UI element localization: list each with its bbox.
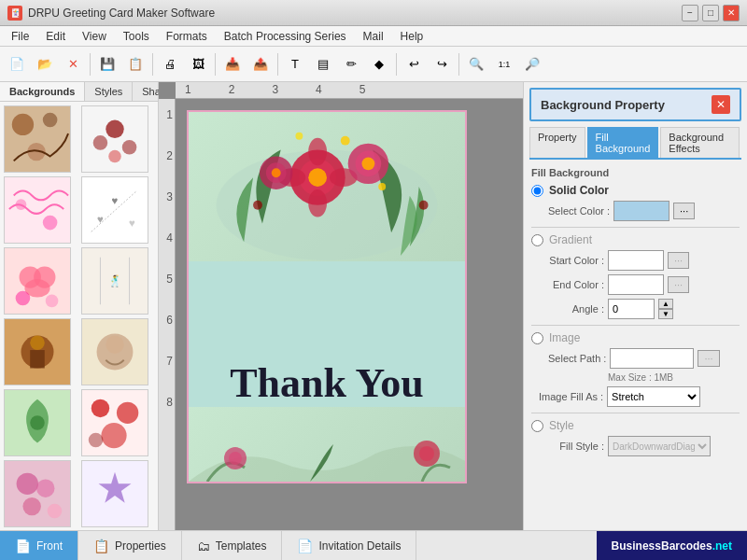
image-radio[interactable]	[531, 332, 543, 344]
select-path-row: Select Path : ···	[548, 348, 740, 369]
undo-button[interactable]: ↩	[401, 51, 427, 77]
print-button[interactable]: 🖨	[157, 51, 183, 77]
menu-mail[interactable]: Mail	[356, 28, 391, 45]
maximize-button[interactable]: □	[702, 5, 719, 21]
app-title: DRPU Greeting Card Maker Software	[28, 7, 682, 20]
svg-point-40	[88, 433, 103, 448]
list-item[interactable]	[4, 389, 71, 456]
start-color-row: Start Color : ···	[548, 250, 740, 271]
list-item[interactable]	[81, 389, 148, 456]
open-button[interactable]: 📂	[32, 51, 58, 77]
style-row: Style	[531, 419, 740, 432]
templates-tab-icon: 🗂	[197, 539, 210, 553]
svg-point-29	[30, 336, 45, 351]
svg-point-6	[92, 135, 107, 150]
close-doc-button[interactable]: ✕	[60, 51, 86, 77]
main-content: Backgrounds Styles Shapes ♥♥♥	[0, 82, 747, 530]
close-button[interactable]: ✕	[723, 5, 740, 21]
tab-invitation-details[interactable]: 📄 Invitation Details	[282, 531, 416, 560]
tab-styles[interactable]: Styles	[85, 82, 133, 101]
save-button[interactable]: 💾	[94, 51, 120, 77]
svg-point-51	[308, 138, 327, 166]
front-tab-label: Front	[36, 539, 63, 553]
svg-rect-9	[5, 177, 70, 243]
draw-button[interactable]: ✏	[338, 51, 364, 77]
angle-spinner[interactable]: ▲ ▼	[658, 299, 673, 319]
solid-color-browse-btn[interactable]: ···	[673, 203, 695, 219]
image-fill-as-label: Image Fill As :	[539, 391, 603, 402]
tab-templates[interactable]: 🗂 Templates	[182, 531, 283, 560]
list-item[interactable]: ♥♥♥	[81, 176, 148, 244]
import-button[interactable]: 📥	[219, 51, 246, 77]
list-item[interactable]	[81, 460, 148, 527]
properties-tab-label: Properties	[115, 539, 166, 553]
list-item[interactable]	[4, 318, 71, 385]
tab-property[interactable]: Property	[529, 127, 585, 158]
svg-point-1	[12, 114, 34, 135]
style-label: Style	[549, 419, 574, 432]
menu-batch[interactable]: Batch Processing Series	[217, 28, 354, 45]
solid-color-swatch[interactable]	[613, 201, 669, 221]
front-tab-icon: 📄	[15, 539, 31, 553]
right-panel-content: Fill Background Solid Color Select Color…	[524, 160, 747, 530]
zoom-in-button[interactable]: 🔍	[463, 51, 489, 77]
zoom-out-button[interactable]: 🔎	[519, 51, 545, 77]
svg-point-2	[43, 113, 58, 128]
text-button[interactable]: T	[282, 51, 308, 77]
right-tab-bar: Property Fill Background Background Effe…	[529, 127, 741, 160]
export-button[interactable]: 📤	[247, 51, 274, 77]
end-color-browse-btn: ···	[668, 276, 689, 293]
tab-backgrounds[interactable]: Backgrounds	[0, 82, 85, 101]
svg-rect-0	[5, 106, 70, 172]
minimize-button[interactable]: −	[682, 5, 698, 21]
canvas-area[interactable]: 1 2 3 4 5 1 2 3 4 5 6 7 8	[159, 82, 523, 530]
menu-edit[interactable]: Edit	[38, 28, 73, 45]
shape-button[interactable]: ◆	[366, 51, 392, 77]
invitation-tab-label: Invitation Details	[318, 539, 401, 553]
start-color-label: Start Color :	[548, 255, 604, 266]
list-item[interactable]	[4, 460, 71, 527]
angle-up-btn[interactable]: ▲	[658, 299, 673, 309]
svg-point-65	[419, 201, 429, 210]
thumbnail-grid: ♥♥♥ 🕺	[0, 102, 158, 530]
menu-help[interactable]: Help	[393, 28, 431, 45]
solid-color-radio[interactable]	[531, 185, 543, 197]
svg-point-67	[229, 452, 242, 465]
tab-front[interactable]: 📄 Front	[0, 531, 78, 560]
menu-view[interactable]: View	[75, 28, 114, 45]
angle-down-btn[interactable]: ▼	[658, 309, 673, 319]
redo-button[interactable]: ↪	[429, 51, 455, 77]
watermark-text2: .net	[712, 539, 732, 553]
ruler-left: 1 2 3 4 5 6 7 8	[159, 99, 176, 530]
barcode-button[interactable]: ▤	[310, 51, 336, 77]
left-tab-bar: Backgrounds Styles Shapes	[0, 82, 158, 102]
svg-text:🕺: 🕺	[107, 274, 121, 287]
tab-background-effects[interactable]: Background Effects	[660, 127, 740, 158]
angle-label: Angle :	[548, 303, 604, 315]
svg-point-45	[48, 504, 63, 519]
zoom-100-button[interactable]: 1:1	[491, 51, 517, 77]
svg-text:♥: ♥	[129, 217, 135, 229]
menu-file[interactable]: File	[4, 28, 36, 45]
list-item[interactable]	[4, 176, 71, 244]
list-item[interactable]	[4, 105, 71, 173]
list-item[interactable]	[81, 105, 148, 173]
tab-fill-background[interactable]: Fill Background	[587, 127, 659, 158]
list-item[interactable]	[81, 318, 148, 385]
svg-rect-12	[82, 177, 148, 243]
save-as-button[interactable]: 📋	[122, 51, 148, 77]
new-button[interactable]: 📄	[4, 51, 30, 77]
menu-tools[interactable]: Tools	[116, 28, 157, 45]
tab-properties[interactable]: 📋 Properties	[78, 531, 182, 560]
svg-point-8	[108, 150, 121, 163]
list-item[interactable]	[4, 247, 71, 315]
svg-point-10	[16, 199, 27, 210]
angle-input: 0	[608, 299, 655, 319]
print-preview-button[interactable]: 🖼	[185, 51, 211, 77]
style-radio[interactable]	[531, 420, 543, 432]
gradient-radio[interactable]	[531, 234, 543, 246]
menu-formats[interactable]: Formats	[159, 28, 215, 45]
floral-decoration-bottom	[189, 407, 465, 482]
list-item[interactable]: 🕺	[81, 247, 148, 315]
bg-property-close[interactable]: ✕	[712, 95, 730, 114]
